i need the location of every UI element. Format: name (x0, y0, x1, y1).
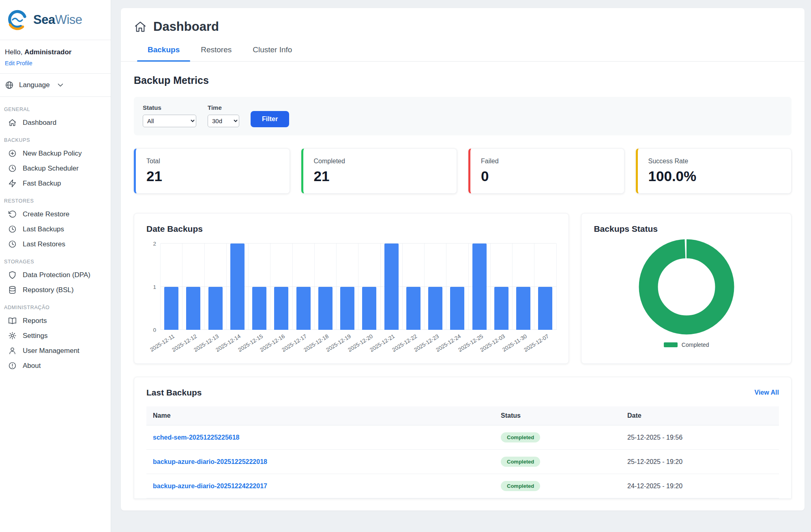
last-backups-table: NameStatusDate sched-sem-20251225225618C… (146, 406, 779, 498)
bar-2025-12-16 (274, 287, 288, 330)
column-header-status: Status (494, 406, 621, 425)
bar-slot (205, 244, 227, 330)
info-icon (8, 361, 17, 370)
status-badge: Completed (501, 481, 540, 491)
backup-name-link[interactable]: sched-sem-20251225225618 (153, 434, 240, 441)
sidebar-item-label: User Management (23, 347, 79, 355)
user-icon (8, 346, 17, 355)
backups-status-title: Backups Status (594, 224, 779, 234)
backup-date: 24-12-2025 - 19:20 (621, 474, 779, 498)
view-all-link[interactable]: View All (755, 389, 779, 396)
bar-2025-12-14 (230, 244, 245, 330)
status-badge: Completed (501, 457, 540, 467)
metric-label: Total (146, 158, 279, 165)
bar-2025-12-12 (186, 287, 200, 330)
bar-2025-12-24 (450, 287, 464, 330)
filter-button[interactable]: Filter (251, 111, 289, 127)
table-row: backup-azure-diario-20251224222017Comple… (146, 474, 779, 498)
bar-2025-12-03 (494, 287, 508, 330)
backup-name-link[interactable]: backup-azure-diario-20251224222017 (153, 483, 267, 489)
sidebar-item-label: Create Restore (23, 210, 69, 218)
bar-slot (381, 244, 403, 330)
database-icon (8, 286, 17, 294)
clock-icon (8, 225, 17, 233)
table-row: sched-sem-20251225225618Completed25-12-2… (146, 425, 779, 450)
sidebar-item-label: Repostory (BSL) (23, 286, 74, 294)
bar-2025-12-07 (538, 287, 552, 330)
sidebar-item-data-protection-dpa[interactable]: Data Protection (DPA) (0, 267, 111, 282)
bar-2025-12-19 (340, 287, 354, 330)
metric-card-completed: Completed21 (301, 148, 457, 194)
time-select[interactable]: 30d (208, 115, 239, 127)
clock-icon (8, 240, 17, 248)
page-title: Dashboard (153, 19, 219, 34)
nav-section-label-restores: RESTORES (0, 191, 111, 207)
bar-slot (161, 244, 182, 330)
sidebar-item-label: Backup Scheduler (23, 165, 79, 173)
donut-chart: Completed (594, 234, 779, 348)
sidebar-item-user-management[interactable]: User Management (0, 343, 111, 358)
edit-profile-link[interactable]: Edit Profile (5, 60, 32, 66)
sidebar-item-create-restore[interactable]: Create Restore (0, 207, 111, 222)
sidebar-item-dashboard[interactable]: Dashboard (0, 115, 111, 130)
sidebar-item-fast-backup[interactable]: Fast Backup (0, 176, 111, 191)
sidebar-item-last-restores[interactable]: Last Restores (0, 237, 111, 252)
sidebar-item-last-backups[interactable]: Last Backups (0, 222, 111, 237)
backup-name-link[interactable]: backup-azure-diario-20251225222018 (153, 458, 267, 465)
sidebar-item-reports[interactable]: Reports (0, 313, 111, 328)
language-selector[interactable]: Language (0, 74, 111, 96)
sidebar-item-new-backup-policy[interactable]: New Backup Policy (0, 146, 111, 161)
y-tick-label: 1 (153, 284, 156, 290)
bar-plot-area (160, 244, 556, 330)
legend-label-completed: Completed (682, 342, 709, 348)
tab-backups[interactable]: Backups (137, 45, 190, 61)
nav-section-label-administra-o: ADMINISTRAÇÃO (0, 297, 111, 313)
nav-section-label-storages: STORAGES (0, 252, 111, 267)
bar-2025-12-21 (384, 244, 399, 330)
nav-section-label-general: GENERAL (0, 99, 111, 115)
sidebar-item-label: Fast Backup (23, 179, 61, 188)
tab-cluster-info[interactable]: Cluster Info (242, 45, 303, 61)
bar-slot (446, 244, 468, 330)
main-area: Dashboard BackupsRestoresCluster Info Ba… (111, 0, 811, 532)
sidebar-item-repostory-bsl[interactable]: Repostory (BSL) (0, 282, 111, 297)
backup-date: 25-12-2025 - 19:20 (621, 450, 779, 474)
y-tick-label: 0 (153, 327, 156, 333)
username: Administrador (24, 48, 71, 56)
bar-2025-12-20 (362, 287, 376, 330)
bar-slot (425, 244, 446, 330)
bar-slot (469, 244, 491, 330)
metric-card-total: Total21 (134, 148, 290, 194)
status-label: Status (143, 104, 196, 111)
last-backups-header: Last Backups View All (146, 388, 779, 397)
shield-icon (8, 271, 17, 279)
sidebar-item-label: Last Backups (23, 225, 64, 233)
metric-value: 100.0% (648, 168, 781, 184)
bar-slot (337, 244, 358, 330)
sidebar-item-label: Dashboard (23, 119, 56, 127)
plus-circle-icon (8, 149, 17, 158)
bar-slot (315, 244, 337, 330)
sidebar-item-settings[interactable]: Settings (0, 328, 111, 343)
sidebar-item-label: About (23, 362, 41, 370)
clock-icon (8, 164, 17, 173)
bar-2025-12-22 (406, 287, 421, 330)
legend-swatch-completed (664, 342, 678, 347)
sidebar-item-about[interactable]: About (0, 358, 111, 373)
logo-text: SeaWise (33, 13, 82, 27)
sidebar-item-backup-scheduler[interactable]: Backup Scheduler (0, 161, 111, 176)
metric-label: Success Rate (648, 158, 781, 165)
status-badge: Completed (501, 432, 540, 442)
logo: SeaWise (0, 0, 111, 40)
section-title-backup-metrics: Backup Metrics (134, 75, 792, 86)
date-backups-card: Date Backups 012 2025-12-112025-12-12202… (134, 213, 569, 364)
bar-slot (182, 244, 204, 330)
status-select[interactable]: All (143, 115, 196, 127)
backups-status-card: Backups Status Completed (581, 213, 792, 364)
time-label: Time (208, 104, 239, 111)
y-axis: 012 (146, 244, 160, 330)
bar-slot (513, 244, 534, 330)
tab-restores[interactable]: Restores (190, 45, 242, 61)
donut-ring (638, 239, 735, 335)
charts-row: Date Backups 012 2025-12-112025-12-12202… (134, 213, 792, 364)
